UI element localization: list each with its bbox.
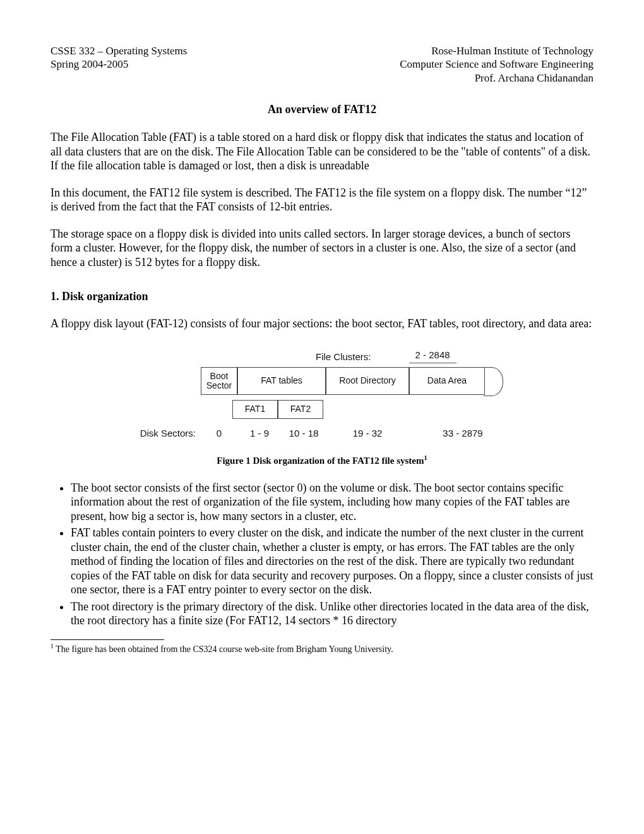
disk-sectors-label: Disk Sectors: bbox=[126, 428, 201, 440]
footnote-rule bbox=[51, 639, 164, 640]
sector-range-root: 19 - 32 bbox=[326, 428, 409, 440]
fat1-box: FAT1 bbox=[232, 400, 278, 419]
sector-range-fat2: 10 - 18 bbox=[282, 428, 326, 440]
data-area-box: Data Area bbox=[409, 367, 485, 395]
boot-sector-box: Boot Sector bbox=[201, 367, 237, 395]
list-item: The root directory is the primary direct… bbox=[71, 600, 593, 628]
sector-range-fat1: 1 - 9 bbox=[237, 428, 282, 440]
root-directory-box: Root Directory bbox=[326, 367, 409, 395]
disk-sectors-row: Disk Sectors: 0 1 - 9 10 - 18 19 - 32 33… bbox=[126, 428, 518, 440]
figure-caption-text: Figure 1 Disk organization of the FAT12 … bbox=[217, 456, 424, 466]
paragraph-1: The File Allocation Table (FAT) is a tab… bbox=[51, 130, 593, 173]
term: Spring 2004-2005 bbox=[51, 57, 187, 71]
box-row: Boot Sector FAT tables Root Directory Da… bbox=[201, 367, 503, 396]
file-clusters-range: 2 - 2848 bbox=[409, 349, 456, 363]
header-left: CSSE 332 – Operating Systems Spring 2004… bbox=[51, 44, 187, 85]
department: Computer Science and Software Engineerin… bbox=[400, 57, 593, 71]
page-header: CSSE 332 – Operating Systems Spring 2004… bbox=[51, 44, 593, 85]
list-item: FAT tables contain pointers to every clu… bbox=[71, 526, 593, 597]
section-heading-1: 1. Disk organization bbox=[51, 289, 593, 304]
disk-cylinder-icon bbox=[484, 367, 503, 396]
sector-range-boot: 0 bbox=[201, 428, 237, 440]
file-clusters-label: File Clusters: bbox=[316, 351, 371, 363]
sector-range-data: 33 - 2879 bbox=[415, 428, 510, 440]
paragraph-2: In this document, the FAT12 file system … bbox=[51, 186, 593, 214]
file-clusters-row: File Clusters: 2 - 2848 bbox=[126, 349, 518, 363]
figure-caption-sup: 1 bbox=[424, 454, 427, 461]
figure-1: File Clusters: 2 - 2848 Boot Sector FAT … bbox=[51, 349, 593, 440]
paragraph-4: A floppy disk layout (FAT-12) consists o… bbox=[51, 317, 593, 331]
figure-1-caption: Figure 1 Disk organization of the FAT12 … bbox=[51, 454, 593, 467]
professor: Prof. Archana Chidanandan bbox=[400, 71, 593, 85]
fat-tables-box: FAT tables bbox=[237, 367, 326, 395]
course-code: CSSE 332 – Operating Systems bbox=[51, 44, 187, 57]
disk-layout-diagram: File Clusters: 2 - 2848 Boot Sector FAT … bbox=[126, 349, 518, 440]
institution: Rose-Hulman Institute of Technology bbox=[400, 44, 593, 57]
fat-subrow: FAT1 FAT2 bbox=[232, 400, 518, 419]
bullet-list: The boot sector consists of the first se… bbox=[51, 481, 593, 628]
list-item: The boot sector consists of the first se… bbox=[71, 481, 593, 524]
spacer bbox=[126, 367, 201, 396]
page-title: An overview of FAT12 bbox=[51, 102, 593, 117]
disk-boxes-row: Boot Sector FAT tables Root Directory Da… bbox=[126, 367, 518, 396]
paragraph-3: The storage space on a floppy disk is di… bbox=[51, 227, 593, 270]
document-page: CSSE 332 – Operating Systems Spring 2004… bbox=[0, 0, 644, 692]
footnote-1: 1 The figure has been obtained from the … bbox=[51, 643, 593, 655]
header-right: Rose-Hulman Institute of Technology Comp… bbox=[400, 44, 593, 85]
footnote-text: The figure has been obtained from the CS… bbox=[54, 644, 393, 653]
fat2-box: FAT2 bbox=[278, 400, 323, 419]
